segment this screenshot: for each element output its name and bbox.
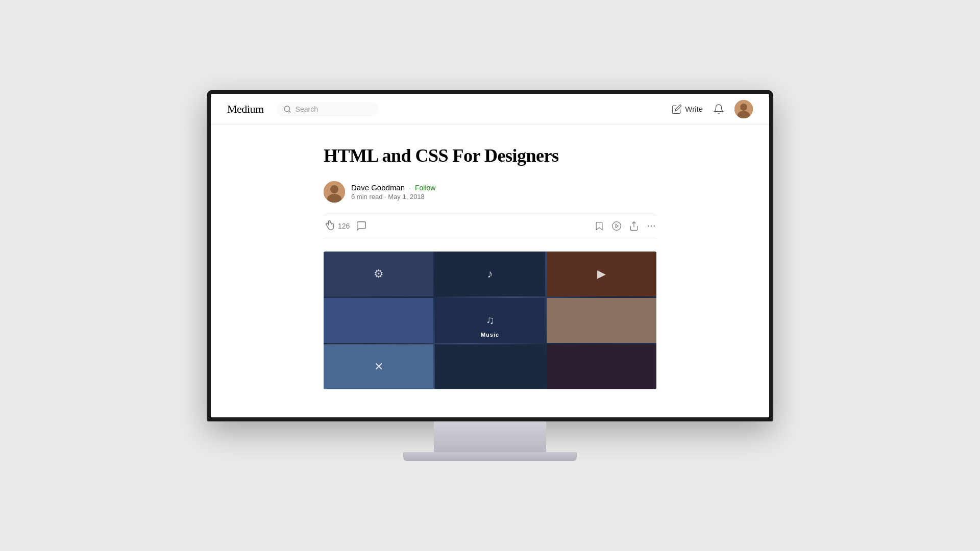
author-name-row: Dave Goodman · Follow [351, 183, 435, 192]
hero-image: ⚙ ♪ ▶ ♫ Mu [324, 252, 656, 389]
grid-cell-4 [324, 298, 433, 343]
grid-icon-1: ⚙ [374, 267, 384, 281]
svg-marker-9 [616, 224, 618, 228]
write-button[interactable]: Write [672, 104, 703, 114]
grid-cell-8 [435, 344, 545, 389]
comment-button[interactable] [356, 220, 367, 232]
medium-logo[interactable]: Medium [227, 103, 264, 116]
article-container[interactable]: HTML and CSS For Designers Dave Goodm [211, 124, 769, 417]
grid-cell-9 [547, 344, 656, 389]
search-bar[interactable]: Search [276, 102, 378, 116]
write-icon [672, 104, 682, 114]
clap-count: 126 [338, 222, 350, 230]
grid-cell-6 [547, 298, 656, 343]
write-label: Write [685, 105, 703, 113]
monitor-stand-neck [434, 421, 546, 452]
dot-separator: · [409, 184, 411, 192]
svg-point-8 [612, 222, 621, 231]
play-icon [611, 221, 622, 231]
svg-point-11 [648, 226, 649, 227]
grid-cell-1: ⚙ [324, 252, 433, 296]
more-icon [646, 221, 656, 231]
publish-date: May 1, 2018 [388, 193, 425, 201]
music-label: Music [481, 332, 499, 338]
nav-right: Write [672, 100, 753, 118]
action-bar: 126 [324, 215, 656, 237]
monitor-stand-base [403, 452, 577, 461]
avatar-image [734, 100, 753, 118]
grid-icon-2: ♪ [487, 267, 493, 281]
action-right [594, 221, 656, 231]
article-title: HTML and CSS For Designers [324, 145, 656, 167]
browser: Medium Search [211, 94, 769, 417]
author-info: Dave Goodman · Follow 6 min read · May 1… [351, 183, 435, 201]
monitor-screen: Medium Search [207, 90, 773, 421]
svg-point-3 [740, 104, 747, 111]
grid-icon-7: ✕ [374, 360, 383, 373]
svg-point-6 [330, 185, 338, 193]
svg-point-13 [654, 226, 655, 227]
grid-cell-5: ♫ Music [435, 298, 545, 343]
author-name[interactable]: Dave Goodman [351, 183, 405, 192]
listen-button[interactable] [611, 221, 622, 231]
grid-icon-5: ♫ [486, 314, 495, 327]
monitor-wrapper: Medium Search [207, 90, 773, 461]
comment-icon [356, 220, 367, 232]
grid-cell-7: ✕ [324, 344, 433, 389]
author-row: Dave Goodman · Follow 6 min read · May 1… [324, 181, 656, 203]
navbar: Medium Search [211, 94, 769, 124]
svg-point-12 [651, 226, 652, 227]
clap-icon [324, 220, 335, 232]
svg-line-1 [289, 111, 290, 112]
share-button[interactable] [629, 221, 639, 231]
read-time: 6 min read [351, 193, 382, 201]
share-icon [629, 221, 639, 231]
save-button[interactable] [594, 221, 604, 231]
action-left: 126 [324, 220, 586, 232]
search-icon [283, 105, 291, 113]
more-button[interactable] [646, 221, 656, 231]
bell-button[interactable] [713, 104, 724, 115]
user-avatar[interactable] [734, 100, 753, 118]
follow-button[interactable]: Follow [415, 184, 435, 192]
author-avatar[interactable] [324, 181, 345, 203]
search-placeholder: Search [296, 105, 318, 113]
grid-cell-3: ▶ [547, 252, 656, 296]
article-content: HTML and CSS For Designers Dave Goodm [311, 145, 669, 389]
bookmark-icon [594, 221, 604, 231]
article-meta: 6 min read · May 1, 2018 [351, 193, 435, 201]
grid-cell-2: ♪ [435, 252, 545, 296]
grid-icon-3: ▶ [597, 267, 606, 281]
clap-button[interactable]: 126 [324, 220, 350, 232]
